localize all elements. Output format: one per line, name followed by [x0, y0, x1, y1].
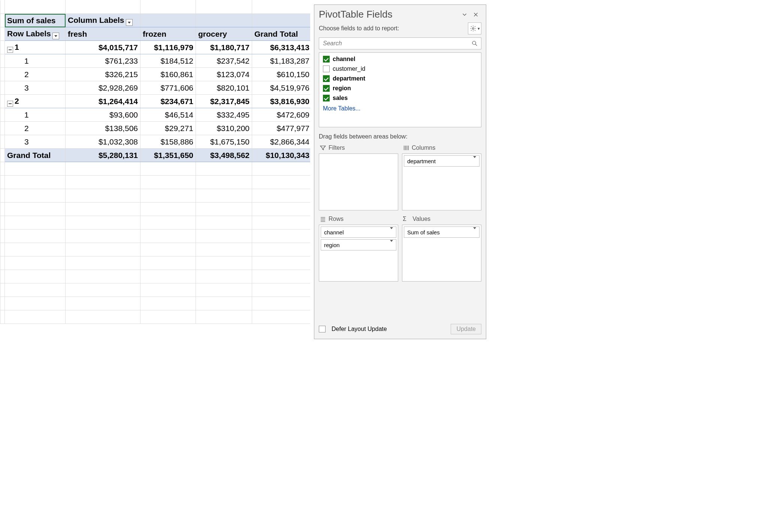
table-row[interactable]: 3 [5, 81, 66, 95]
search-input[interactable] [322, 40, 471, 47]
defer-layout-label: Defer Layout Update [332, 326, 451, 332]
col-header-fresh[interactable]: fresh [66, 27, 140, 41]
chevron-down-icon[interactable] [390, 229, 393, 235]
field-search-box[interactable] [319, 37, 481, 49]
field-region[interactable]: region [319, 83, 481, 93]
area-field-channel[interactable]: channel [321, 227, 396, 238]
defer-layout-checkbox[interactable] [319, 326, 326, 332]
rows-icon [320, 216, 326, 222]
col-header-frozen[interactable]: frozen [140, 27, 196, 41]
area-field-region[interactable]: region [321, 239, 396, 250]
chevron-down-icon[interactable] [390, 242, 393, 248]
more-tables-link[interactable]: More Tables... [319, 103, 481, 114]
row-labels-dropdown[interactable] [52, 33, 59, 39]
spreadsheet-grid[interactable]: Sum of sales Column Labels Row Labels fr… [0, 0, 310, 341]
table-row[interactable]: 1 [5, 54, 66, 68]
close-pane-button[interactable] [470, 9, 481, 20]
pane-title: PivotTable Fields [319, 9, 459, 20]
rows-area[interactable]: Rows channel region [319, 214, 398, 282]
filter-icon [320, 145, 326, 151]
collapse-pane-button[interactable] [459, 9, 470, 20]
column-labels-dropdown[interactable] [126, 19, 133, 26]
checkbox-icon[interactable] [323, 95, 330, 101]
collapse-icon[interactable] [7, 47, 13, 53]
checkbox-icon[interactable] [323, 85, 330, 92]
chevron-down-icon[interactable] [473, 229, 476, 235]
pivottable-fields-pane: PivotTable Fields Choose fields to add t… [314, 4, 486, 339]
drag-hint: Drag fields between areas below: [314, 131, 486, 143]
sigma-icon: Σ [403, 216, 406, 222]
row-group-2[interactable]: 2 [5, 95, 66, 108]
columns-area[interactable]: Columns department [402, 143, 481, 210]
field-sales[interactable]: sales [319, 93, 481, 103]
chevron-down-icon[interactable] [473, 158, 476, 164]
row-group-1[interactable]: 1 [5, 41, 66, 54]
table-row[interactable]: 2 [5, 68, 66, 81]
table-row[interactable]: 2 [5, 122, 66, 135]
values-area[interactable]: Σ Values Sum of sales [402, 214, 481, 282]
row-grand-total[interactable]: Grand Total [5, 149, 66, 162]
choose-fields-hint: Choose fields to add to report: [319, 25, 399, 32]
field-list[interactable]: channel customer_id department region sa… [319, 52, 481, 127]
checkbox-icon[interactable] [323, 56, 330, 63]
field-customer-id[interactable]: customer_id [319, 64, 481, 74]
svg-point-0 [472, 28, 474, 30]
cell-sum-of-sales[interactable]: Sum of sales [5, 14, 66, 27]
area-field-sum-of-sales[interactable]: Sum of sales [404, 227, 480, 238]
filters-area[interactable]: Filters [319, 143, 398, 210]
col-header-grocery[interactable]: grocery [196, 27, 252, 41]
search-icon [471, 40, 478, 47]
cell-row-labels[interactable]: Row Labels [5, 27, 66, 41]
field-list-options-button[interactable]: ▾ [468, 22, 481, 34]
update-button[interactable]: Update [451, 324, 481, 334]
field-channel[interactable]: channel [319, 54, 481, 64]
collapse-icon[interactable] [7, 101, 13, 107]
cell-column-labels[interactable]: Column Labels [66, 14, 140, 27]
checkbox-icon[interactable] [323, 75, 330, 82]
col-header-grand-total[interactable]: Grand Total [252, 27, 311, 41]
table-row[interactable]: 3 [5, 135, 66, 149]
svg-point-1 [472, 41, 476, 45]
area-field-department[interactable]: department [404, 155, 480, 167]
table-row[interactable]: 1 [5, 108, 66, 122]
checkbox-icon[interactable] [323, 66, 330, 72]
field-department[interactable]: department [319, 74, 481, 83]
columns-icon [403, 145, 409, 151]
